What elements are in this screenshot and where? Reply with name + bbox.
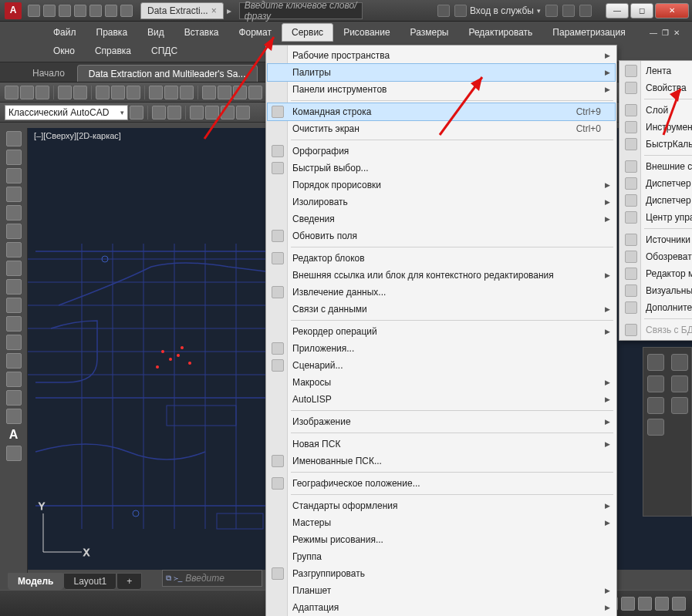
menu-item[interactable]: Палитры▶: [268, 64, 615, 81]
spline-icon[interactable]: [6, 261, 22, 276]
menu-сервис[interactable]: Сервис: [282, 23, 333, 42]
table-icon[interactable]: [6, 409, 22, 424]
mdi-close-icon[interactable]: ✕: [672, 29, 681, 37]
menu-item[interactable]: Географическое положение...: [268, 475, 615, 492]
menu-item[interactable]: Визуальны: [621, 282, 692, 299]
command-input[interactable]: ⧉ ≻_ Введите: [162, 570, 262, 587]
menu-item[interactable]: Диспетчер: [621, 192, 692, 209]
arc-icon[interactable]: [6, 205, 22, 220]
tab-layout1[interactable]: Layout1: [63, 573, 116, 590]
qat-plot-icon[interactable]: [89, 5, 102, 17]
menu-файл[interactable]: Файл: [43, 23, 86, 42]
workspace-combo[interactable]: Классический AutoCAD: [5, 105, 128, 120]
help-icon[interactable]: [579, 5, 592, 17]
tb-redo-icon[interactable]: [180, 86, 194, 99]
tb-sun-icon[interactable]: [236, 106, 250, 119]
block-icon[interactable]: [6, 316, 22, 332]
mdi-minimize-icon[interactable]: —: [648, 29, 659, 37]
app-logo[interactable]: A: [5, 2, 22, 19]
revcloud-icon[interactable]: [6, 242, 22, 258]
doctab-start[interactable]: Начало: [22, 65, 76, 82]
tb-layer2-icon[interactable]: [167, 106, 181, 119]
tb-ws-gear-icon[interactable]: [130, 106, 143, 119]
menu-формат[interactable]: Формат: [228, 23, 282, 42]
tb-cut-icon[interactable]: [96, 86, 110, 99]
menu-item[interactable]: Быстрый выбор...: [268, 160, 615, 177]
tb-save-icon[interactable]: [35, 86, 49, 99]
nav-cube-icon[interactable]: [647, 375, 664, 392]
polygon-icon[interactable]: [6, 168, 22, 183]
menu-item[interactable]: Источники: [621, 231, 692, 248]
ellipsearc-icon[interactable]: [6, 298, 22, 313]
qat-undo-icon[interactable]: [105, 5, 117, 17]
nav-show-icon[interactable]: [671, 397, 688, 414]
menu-item[interactable]: Изображение▶: [268, 413, 615, 430]
menu-item[interactable]: Группа: [268, 548, 615, 565]
menu-справка[interactable]: Справка: [85, 42, 141, 60]
tb-zoomprev-icon[interactable]: [248, 86, 262, 99]
line-icon[interactable]: [6, 131, 22, 146]
status-clean-icon[interactable]: [655, 597, 669, 611]
qat-saveas-icon[interactable]: [74, 5, 86, 17]
menu-item[interactable]: Именованные ПСК...: [268, 453, 615, 470]
tb-open-icon[interactable]: [20, 86, 34, 99]
nav-pan-icon[interactable]: [647, 397, 664, 414]
search-box[interactable]: Введите ключевое слово/фразу: [239, 2, 363, 19]
menu-item[interactable]: Изолировать▶: [268, 194, 615, 210]
menu-вставка[interactable]: Вставка: [174, 23, 229, 42]
close-button[interactable]: ✕: [655, 3, 689, 19]
menu-item[interactable]: Командная строкаCtrl+9: [268, 103, 615, 120]
tb-layer-icon[interactable]: [152, 106, 166, 119]
menu-item[interactable]: Очистить экранCtrl+0: [268, 120, 615, 137]
menu-item[interactable]: Сценарий...: [268, 357, 615, 374]
menu-параметризация[interactable]: Параметризация: [542, 23, 635, 42]
file-tab[interactable]: Data Extracti... ×: [140, 2, 224, 19]
menu-item[interactable]: Слой: [621, 102, 692, 119]
tb-preview-icon[interactable]: [73, 86, 87, 99]
menu-item[interactable]: Лента: [621, 62, 692, 79]
qat-new-icon[interactable]: [28, 5, 40, 17]
gradient-icon[interactable]: [6, 372, 22, 387]
menu-правка[interactable]: Правка: [86, 23, 138, 42]
menu-item[interactable]: Центр упра: [621, 209, 692, 226]
menu-item[interactable]: Адаптация▶: [268, 599, 615, 616]
status-custom-icon[interactable]: [672, 597, 686, 611]
tb-plot-icon[interactable]: [58, 86, 72, 99]
menu-item[interactable]: Мастеры▶: [268, 514, 615, 531]
tb-paste-icon[interactable]: [127, 86, 140, 99]
signin-button[interactable]: Вход в службы: [454, 5, 541, 17]
tb-zoom-icon[interactable]: [218, 86, 231, 99]
menu-item[interactable]: Режимы рисования...: [268, 531, 615, 548]
tb-copy-icon[interactable]: [111, 86, 125, 99]
menu-item[interactable]: Новая ПСК▶: [268, 436, 615, 453]
tb-props-icon[interactable]: [190, 106, 204, 119]
menu-item[interactable]: Внешние с: [621, 158, 692, 175]
nav-orbit-icon[interactable]: [647, 419, 664, 436]
qat-save-icon[interactable]: [59, 5, 71, 17]
menu-item[interactable]: Извлечение данных...: [268, 284, 615, 301]
tb-tool-icon[interactable]: [221, 106, 235, 119]
hatch-icon[interactable]: [6, 353, 22, 369]
menu-item[interactable]: Сведения▶: [268, 210, 615, 227]
menu-item[interactable]: Макросы▶: [268, 374, 615, 391]
menu-item[interactable]: БыстрКальк: [621, 136, 692, 153]
search-icon[interactable]: [437, 5, 450, 17]
rect-icon[interactable]: [6, 187, 22, 202]
menu-item[interactable]: Орфография: [268, 143, 615, 160]
menu-item[interactable]: Редактор блоков: [268, 250, 615, 267]
menu-item[interactable]: Инструмен: [621, 119, 692, 136]
menu-вид[interactable]: Вид: [137, 23, 174, 42]
menu-item[interactable]: Редактор м: [621, 265, 692, 282]
view-label[interactable]: [–][Сверху][2D-каркас]: [34, 131, 121, 140]
nav-wheel-icon[interactable]: [671, 354, 688, 371]
tab-model[interactable]: Модель: [8, 573, 63, 590]
menu-item[interactable]: Разгруппировать: [268, 565, 615, 582]
tb-match-icon[interactable]: [149, 86, 163, 99]
nav-zoom-icon[interactable]: [671, 375, 688, 392]
menu-редактировать[interactable]: Редактировать: [458, 23, 542, 42]
menu-item[interactable]: AutoLISP▶: [268, 391, 615, 408]
tb-pan-icon[interactable]: [202, 86, 216, 99]
menu-item[interactable]: Дополните: [621, 299, 692, 316]
a360-icon[interactable]: [562, 5, 575, 17]
menu-item[interactable]: Панели инструментов▶: [268, 81, 615, 98]
